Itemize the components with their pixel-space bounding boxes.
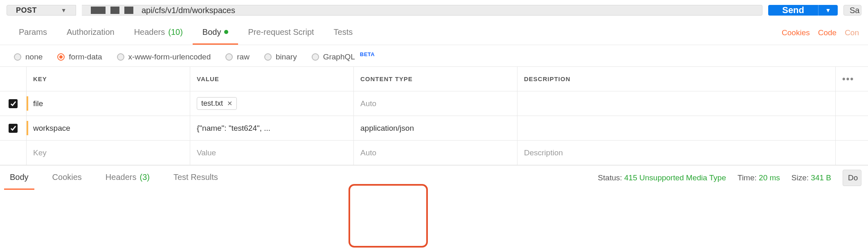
col-key: KEY xyxy=(26,67,190,91)
link-code[interactable]: Code xyxy=(818,28,837,37)
send-button[interactable]: Send xyxy=(768,5,818,16)
col-check xyxy=(0,67,26,91)
resp-tab-body[interactable]: Body xyxy=(4,166,34,190)
description-cell[interactable] xyxy=(517,91,835,116)
save-button[interactable]: Sa xyxy=(843,5,861,16)
description-cell[interactable]: Description xyxy=(517,141,835,165)
headers-count: (10) xyxy=(168,27,183,37)
radio-icon xyxy=(264,53,272,61)
send-button-group: Send ▼ xyxy=(768,5,838,16)
content-type-cell[interactable]: Auto xyxy=(353,141,517,165)
request-tab-links: Cookies Code Con xyxy=(782,28,859,37)
tab-tests[interactable]: Tests xyxy=(324,20,363,45)
status: Status: 415 Unsupported Media Type xyxy=(598,173,726,182)
file-chip[interactable]: test.txt ✕ xyxy=(197,97,237,110)
body-type-raw[interactable]: raw xyxy=(225,52,250,61)
row-enable-checkbox[interactable] xyxy=(0,141,26,165)
table-row: workspace {"name": "test624", ... applic… xyxy=(0,116,868,141)
content-type-cell[interactable]: application/json xyxy=(353,116,517,140)
radio-icon xyxy=(14,53,21,61)
key-cell[interactable]: Key xyxy=(26,141,190,165)
body-type-graphql[interactable]: GraphQL BETA xyxy=(312,52,374,61)
tab-body[interactable]: Body xyxy=(193,20,238,45)
radio-icon xyxy=(225,53,233,61)
col-content-type: CONTENT TYPE xyxy=(353,67,517,91)
download-response-button[interactable]: Do xyxy=(843,170,861,186)
radio-icon xyxy=(312,53,319,61)
value-cell[interactable]: test.txt ✕ xyxy=(190,91,353,116)
response-meta: Status: 415 Unsupported Media Type Time:… xyxy=(598,170,861,186)
table-header-row: KEY VALUE CONTENT TYPE DESCRIPTION ••• xyxy=(0,67,868,91)
body-type-urlencoded[interactable]: x-www-form-urlencoded xyxy=(117,52,211,61)
key-cell[interactable]: file xyxy=(26,91,190,116)
row-enable-checkbox[interactable] xyxy=(0,91,26,116)
time-value: 20 ms xyxy=(759,173,780,182)
chevron-down-icon: ▼ xyxy=(825,7,831,14)
link-comments[interactable]: Con xyxy=(845,28,859,37)
time: Time: 20 ms xyxy=(738,173,780,182)
annotation-highlight-box xyxy=(349,184,428,248)
http-method-value: POST xyxy=(16,6,37,15)
response-tabs: Body Cookies Headers (3) Test Results St… xyxy=(0,165,868,190)
tab-params[interactable]: Params xyxy=(9,20,57,45)
tab-authorization[interactable]: Authorization xyxy=(57,20,124,45)
key-cell[interactable]: workspace xyxy=(26,116,190,140)
tab-prerequest-script[interactable]: Pre-request Script xyxy=(238,20,324,45)
size-value: 341 B xyxy=(811,173,831,182)
body-type-form-data[interactable]: form-data xyxy=(57,52,102,61)
body-type-none[interactable]: none xyxy=(14,52,43,61)
form-data-table: KEY VALUE CONTENT TYPE DESCRIPTION ••• f… xyxy=(0,66,868,165)
redacted-host-icon xyxy=(91,7,133,14)
checkmark-icon xyxy=(9,99,18,108)
table-row: file test.txt ✕ Auto xyxy=(0,91,868,116)
description-cell[interactable] xyxy=(517,116,835,140)
http-method-select[interactable]: POST ▼ xyxy=(7,5,76,16)
content-type-cell[interactable]: Auto xyxy=(353,91,517,116)
radio-icon xyxy=(117,53,124,61)
resp-headers-count: (3) xyxy=(139,173,149,182)
value-cell[interactable]: Value xyxy=(190,141,353,165)
status-value: 415 Unsupported Media Type xyxy=(624,173,726,182)
beta-badge: BETA xyxy=(360,51,375,57)
size: Size: 341 B xyxy=(792,173,831,182)
resp-tab-headers[interactable]: Headers (3) xyxy=(100,166,155,190)
body-type-row: none form-data x-www-form-urlencoded raw… xyxy=(0,45,868,66)
radio-icon xyxy=(57,53,65,61)
tab-headers[interactable]: Headers (10) xyxy=(124,20,193,45)
col-more: ••• xyxy=(835,67,868,91)
request-tabs: Params Authorization Headers (10) Body P… xyxy=(0,20,868,45)
more-columns-icon[interactable]: ••• xyxy=(842,74,854,84)
link-cookies[interactable]: Cookies xyxy=(782,28,810,37)
url-path: api/cfs/v1/dm/workspaces xyxy=(142,6,235,15)
body-type-binary[interactable]: binary xyxy=(264,52,297,61)
table-new-row: Key Value Auto Description xyxy=(0,141,868,165)
send-options-button[interactable]: ▼ xyxy=(818,5,838,16)
body-modified-dot-icon xyxy=(224,30,228,34)
resp-tab-test-results[interactable]: Test Results xyxy=(168,166,224,190)
remove-file-icon[interactable]: ✕ xyxy=(227,100,232,107)
url-input[interactable]: api/cfs/v1/dm/workspaces xyxy=(82,5,762,16)
row-enable-checkbox[interactable] xyxy=(0,116,26,140)
checkmark-icon xyxy=(9,124,18,133)
resp-tab-cookies[interactable]: Cookies xyxy=(47,166,88,190)
request-bar: POST ▼ api/cfs/v1/dm/workspaces Send ▼ S… xyxy=(0,0,868,20)
col-description: DESCRIPTION xyxy=(517,67,835,91)
col-value: VALUE xyxy=(190,67,353,91)
file-name: test.txt xyxy=(201,99,223,108)
value-cell[interactable]: {"name": "test624", ... xyxy=(190,116,353,140)
chevron-down-icon: ▼ xyxy=(61,7,67,14)
